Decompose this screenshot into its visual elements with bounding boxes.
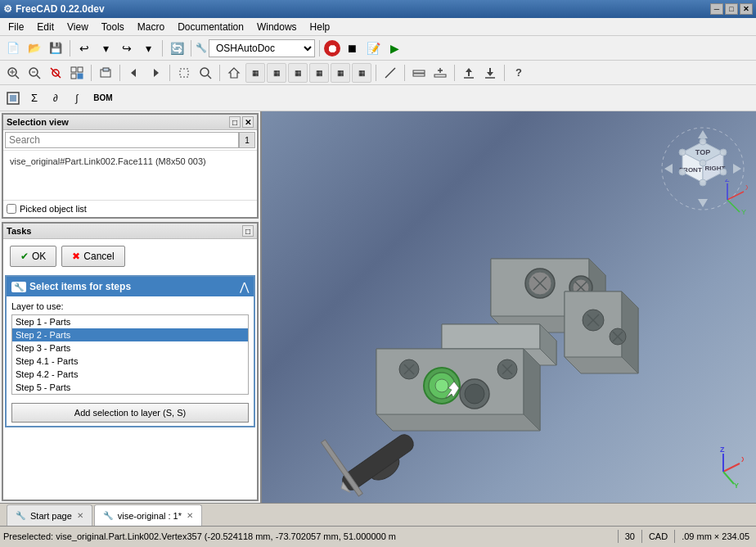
new-file-button[interactable]: 📄 xyxy=(3,38,23,58)
measure-button[interactable] xyxy=(380,63,400,83)
import-button[interactable] xyxy=(480,63,500,83)
search-count-badge: 1 xyxy=(239,132,255,148)
sep3 xyxy=(191,40,191,57)
group-button[interactable] xyxy=(96,63,115,83)
minimize-button[interactable]: ─ xyxy=(710,3,723,15)
ok-button[interactable]: ✔ OK xyxy=(10,246,56,267)
svg-marker-28 xyxy=(466,68,472,76)
workbench-selector[interactable]: OSHAutoDoc xyxy=(209,39,315,57)
cancel-button[interactable]: ✖ Cancel xyxy=(61,246,124,267)
main-layout: Selection view □ ✕ 1 vise_original#Part.… xyxy=(0,111,756,503)
picked-object-list: Picked object list xyxy=(3,200,257,217)
nav-cube[interactable]: TOP FRONT RIGHT X xyxy=(658,124,748,214)
menu-item-edit[interactable]: Edit xyxy=(30,20,61,34)
maximize-button[interactable]: □ xyxy=(725,3,738,15)
svg-rect-23 xyxy=(413,70,425,73)
view-back-button[interactable]: ▦ xyxy=(352,63,371,83)
add-selection-button[interactable]: Add selection to layer (S, S) xyxy=(11,403,249,423)
undo-button[interactable]: ↩ xyxy=(74,38,94,58)
view-home-button[interactable] xyxy=(224,63,244,83)
tab-start-page[interactable]: 🔧 Start page ✕ xyxy=(7,504,92,526)
layer-item-4[interactable]: Step 4.2 - Parts xyxy=(12,368,248,381)
layer-item-2[interactable]: Step 3 - Parts xyxy=(12,341,248,355)
record-macro-button[interactable]: ⏺ xyxy=(324,40,340,57)
tasks-buttons: ✔ OK ✖ Cancel xyxy=(3,239,257,274)
zoom-fit-button[interactable] xyxy=(196,63,215,83)
layer-item-1[interactable]: Step 2 - Parts xyxy=(12,328,248,341)
menu-item-macro[interactable]: Macro xyxy=(131,20,171,34)
panel-close-button[interactable]: ✕ xyxy=(242,116,254,128)
svg-point-51 xyxy=(700,179,706,186)
tab-start-close[interactable]: ✕ xyxy=(77,511,83,520)
zoom-region-icon xyxy=(7,66,20,79)
view-right-button[interactable]: ▦ xyxy=(288,63,308,83)
bom-button[interactable]: BOM xyxy=(88,88,118,108)
help-button[interactable]: ? xyxy=(509,63,529,83)
view-top-button[interactable]: ▦ xyxy=(267,63,286,83)
select-all-button[interactable] xyxy=(67,63,87,83)
redo-dropdown[interactable]: ▾ xyxy=(138,38,158,58)
redo-dropdown-icon: ▾ xyxy=(146,42,151,55)
menu-item-tools[interactable]: Tools xyxy=(95,20,131,34)
svg-marker-15 xyxy=(131,69,136,77)
bounding-box-button[interactable] xyxy=(174,63,194,83)
picked-object-label: Picked object list xyxy=(20,204,87,214)
t3-btn1[interactable] xyxy=(3,88,23,108)
open-file-button[interactable]: 📂 xyxy=(25,38,44,58)
menu-item-file[interactable]: File xyxy=(2,20,30,34)
macro-script-button[interactable]: 📝 xyxy=(363,38,383,58)
svg-text:X: X xyxy=(741,455,744,463)
zoom-in-button[interactable] xyxy=(25,63,44,83)
layer-item-5[interactable]: Step 5 - Parts xyxy=(12,381,248,394)
tab-vise-close[interactable]: ✕ xyxy=(187,511,193,520)
viewport-axes: X Y Z xyxy=(703,447,744,490)
tasks-restore-button[interactable]: □ xyxy=(242,225,254,237)
close-button[interactable]: ✕ xyxy=(740,3,753,15)
nav-back-button[interactable] xyxy=(124,63,144,83)
svg-rect-14 xyxy=(103,68,109,71)
export-button[interactable] xyxy=(459,63,479,83)
t3-btn4[interactable]: ∫ xyxy=(67,88,87,108)
layer-item-3[interactable]: Step 4.1 - Parts xyxy=(12,355,248,368)
picked-object-checkbox[interactable] xyxy=(7,204,16,214)
menu-item-view[interactable]: View xyxy=(61,20,95,34)
axes-labels: X Y Z xyxy=(707,179,748,222)
svg-point-46 xyxy=(720,149,727,156)
tab-vise-original[interactable]: 🔧 vise-original : 1* ✕ xyxy=(94,504,202,526)
selection-content: vise_original#Part.Link002.Face111 (M8x5… xyxy=(3,151,257,200)
refresh-button[interactable]: 🔄 xyxy=(167,38,187,58)
layer-item-0[interactable]: Step 1 - Parts xyxy=(12,315,248,328)
panel-restore-button[interactable]: □ xyxy=(229,116,241,128)
stop-macro-button[interactable]: ⏹ xyxy=(342,38,362,58)
layer-group-button[interactable] xyxy=(409,63,429,83)
redo-button[interactable]: ↪ xyxy=(117,38,137,58)
toggle-visibility-button[interactable] xyxy=(46,63,65,83)
menu-bar: FileEditViewToolsMacroDocumentationWindo… xyxy=(0,18,756,36)
t3-btn3[interactable]: ∂ xyxy=(46,88,65,108)
menu-item-documentation[interactable]: Documentation xyxy=(171,20,250,34)
new-layer-button[interactable] xyxy=(430,63,450,83)
status-cad-button[interactable]: CAD xyxy=(646,531,671,541)
svg-point-49 xyxy=(679,169,686,175)
undo-dropdown[interactable]: ▾ xyxy=(96,38,115,58)
svg-point-47 xyxy=(700,138,706,145)
status-sep2 xyxy=(641,530,642,543)
svg-point-45 xyxy=(679,149,686,156)
select-items-collapse[interactable]: ⋀ xyxy=(240,280,249,293)
3d-scene-svg xyxy=(311,210,687,503)
refresh-icon: 🔄 xyxy=(170,42,184,55)
view-left-button[interactable]: ▦ xyxy=(309,63,329,83)
nav-forward-button[interactable] xyxy=(146,63,165,83)
layer-section: Layer to use: Step 1 - Parts Step 2 - Pa… xyxy=(7,296,254,400)
viewport[interactable]: TOP FRONT RIGHT X xyxy=(262,111,756,503)
view-bottom-button[interactable]: ▦ xyxy=(331,63,350,83)
select-zoom-button[interactable] xyxy=(3,63,23,83)
view-front-button[interactable]: ▦ xyxy=(245,63,265,83)
execute-macro-button[interactable]: ▶ xyxy=(385,38,404,58)
menu-item-windows[interactable]: Windows xyxy=(250,20,304,34)
save-file-button[interactable]: 💾 xyxy=(46,38,65,58)
import-icon xyxy=(484,66,497,79)
t3-btn2[interactable]: Σ xyxy=(25,88,44,108)
menu-item-help[interactable]: Help xyxy=(304,20,337,34)
search-input[interactable] xyxy=(5,132,239,148)
